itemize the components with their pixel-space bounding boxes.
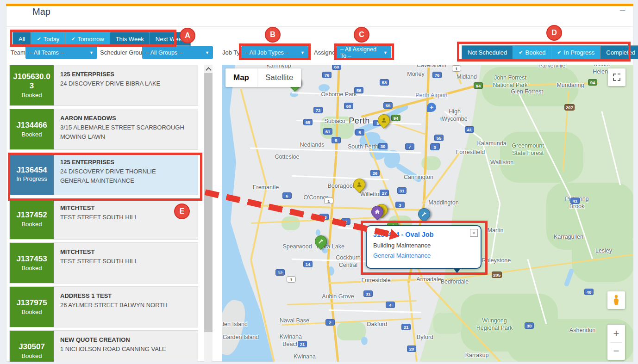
- pegman-button[interactable]: [607, 291, 625, 309]
- status-filter-not-scheduled[interactable]: Not Scheduled: [462, 46, 513, 59]
- job-type-dropdown-value: – All Job Types –: [245, 49, 288, 56]
- map-road: [384, 120, 426, 135]
- filter-button-label: This Week: [116, 36, 144, 43]
- job-list-item[interactable]: J136454In Progress125 ENTERPRISES24 DISC…: [9, 153, 198, 195]
- map-terrain: [319, 84, 330, 92]
- map-road: [240, 88, 268, 186]
- filter-button-label: All: [19, 36, 25, 43]
- filter-button-label: Tomorrow: [78, 36, 104, 43]
- annotation-badge-e: E: [174, 204, 190, 219]
- zoom-out-button[interactable]: −: [607, 343, 625, 360]
- annotation-badge-c: C: [354, 27, 369, 43]
- job-details: MITCHTESTTEST STREET SOUTH HILL: [54, 199, 198, 239]
- job-status: Booked: [21, 308, 42, 315]
- road-shield: 94: [391, 115, 400, 121]
- scrollbar-thumb[interactable]: [204, 73, 213, 332]
- popup-link[interactable]: General Maintenance: [373, 252, 474, 259]
- map-type-map-button[interactable]: Map: [225, 68, 257, 87]
- job-list-item[interactable]: J137975BookedADDRESS 1 TEST26 AYLMER STR…: [9, 286, 198, 327]
- job-number: J134466: [16, 121, 47, 130]
- job-info-popup: J136454 - Oval Job Building Maintenance …: [366, 225, 482, 269]
- map-place-label: Garden Island: [223, 334, 259, 341]
- map-type-satellite-button[interactable]: Satellite: [257, 68, 301, 87]
- map-place-label: Karragullen: [554, 234, 583, 241]
- job-details: NEW QUOTE CREATION1 NICHOLSON ROAD CANNI…: [54, 331, 198, 362]
- time-filter-this-week[interactable]: This Week: [110, 32, 150, 45]
- filter-button-label: Completed: [606, 49, 635, 56]
- job-address-line: TEST STREET SOUTH HILL: [60, 213, 191, 222]
- map-place-label: John Forrest National Park: [493, 74, 527, 89]
- map-marker-house[interactable]: [371, 206, 383, 218]
- scheduler-group-dropdown[interactable]: – All Groups – ▼: [142, 46, 213, 59]
- time-filter-tomorrow[interactable]: ✔Tomorrow: [65, 32, 109, 45]
- assigned-to-dropdown[interactable]: – All Assigned To – ▼: [337, 46, 391, 59]
- map-place-label: Midland: [457, 74, 477, 81]
- annotation-badge-d: D: [546, 25, 562, 41]
- map-marker-wrench[interactable]: [315, 235, 327, 247]
- road-shield: 61: [323, 128, 332, 135]
- map-place-label: Morley: [407, 71, 425, 78]
- job-list-item[interactable]: J137452BookedMITCHTESTTEST STREET SOUTH …: [9, 198, 198, 240]
- job-address-line: 26 AYLMER STREET BALWYN NORTH: [60, 301, 191, 310]
- job-list-item[interactable]: J30507BookedNEW QUOTE CREATION1 NICHOLSO…: [9, 330, 198, 362]
- map-marker-person[interactable]: [378, 114, 390, 126]
- zoom-in-button[interactable]: +: [607, 325, 625, 342]
- job-list-scrollbar[interactable]: [204, 65, 213, 362]
- job-status-badge: J137452Booked: [10, 199, 54, 239]
- map-place-label: Parkerville: [538, 65, 565, 70]
- job-status-badge: J134466Booked: [10, 109, 54, 149]
- map-place-label: Nedlands: [300, 142, 325, 149]
- job-details: ADDRESS 1 TEST26 AYLMER STREET BALWYN NO…: [54, 287, 198, 327]
- job-number: J137453: [16, 254, 47, 264]
- road-shield: 76: [322, 72, 332, 78]
- person-icon: [353, 179, 365, 191]
- map-place-label: Mundaring: [557, 82, 584, 89]
- job-status: Booked: [21, 92, 42, 99]
- map-place-label: High Wycombe: [442, 108, 467, 123]
- map-terrain: [361, 337, 368, 345]
- map-place-label: Forrestfield: [456, 149, 485, 156]
- map-place-label: Spearwood: [282, 243, 312, 251]
- map-place-label: Aubin Grove: [322, 293, 354, 301]
- time-filter-all[interactable]: All: [13, 32, 31, 45]
- road-shield: 6: [282, 192, 292, 199]
- filter-button-label: Today: [44, 36, 60, 43]
- chevron-down-icon: ▼: [381, 50, 388, 55]
- close-icon[interactable]: ✕: [470, 229, 478, 237]
- road-shield: 2: [341, 218, 350, 225]
- filter-button-label: In Progress: [564, 49, 594, 56]
- road-shield: 21: [298, 341, 307, 347]
- check-icon: ✔: [519, 49, 523, 56]
- status-filter-in-progress[interactable]: ✔In Progress: [552, 46, 600, 59]
- status-filter-completed[interactable]: Completed: [600, 46, 638, 59]
- scroll-up-button[interactable]: [204, 65, 213, 73]
- fullscreen-button[interactable]: [608, 68, 625, 86]
- map-place-label: den Island: [222, 321, 248, 328]
- map-place-label: Kalamunda: [477, 140, 506, 148]
- road-shield: 4: [386, 302, 395, 308]
- job-list-item[interactable]: J134466BookedAARON MEADOWS3/15 ALBEMARLE…: [9, 109, 198, 150]
- map-road: [287, 300, 417, 305]
- team-dropdown[interactable]: – All Teams – ▼: [25, 46, 97, 59]
- scheduler-group-label: Scheduler Group: [100, 49, 145, 56]
- job-list-item[interactable]: J105630.03Booked125 ENTERPRISES24 DISCOV…: [9, 65, 198, 106]
- map-canvas[interactable]: KarrinyupCavershamInnalooMorleyMidlandPa…: [222, 65, 633, 362]
- job-status-badge: J136454In Progress: [10, 153, 54, 195]
- map-place-label: Oakford: [367, 321, 387, 328]
- chevron-down-icon: ▼: [87, 50, 94, 55]
- status-filter-booked[interactable]: ✔Booked: [513, 46, 551, 59]
- map-place-label: South Perth: [348, 143, 378, 151]
- job-type-dropdown[interactable]: – All Job Types – ▼: [241, 46, 308, 59]
- time-filter-today[interactable]: ✔Today: [31, 32, 65, 45]
- map-place-label: Cannington: [404, 174, 433, 181]
- time-filter-group: All✔Today✔TomorrowThis WeekNext Week: [13, 32, 191, 46]
- map-marker-wrench[interactable]: [418, 208, 430, 220]
- map-road: [329, 309, 421, 313]
- job-list-item[interactable]: J137453BookedMITCHTESTTEST STREET SOUTH …: [9, 242, 198, 284]
- annotation-badge-b: B: [265, 27, 281, 43]
- map-marker-person[interactable]: [353, 179, 365, 191]
- map-place-label: Cockburn Central: [336, 254, 361, 269]
- road-shield: 55: [434, 135, 444, 141]
- team-dropdown-value: – All Teams –: [29, 49, 63, 56]
- job-details: MITCHTESTTEST STREET SOUTH HILL: [54, 243, 198, 283]
